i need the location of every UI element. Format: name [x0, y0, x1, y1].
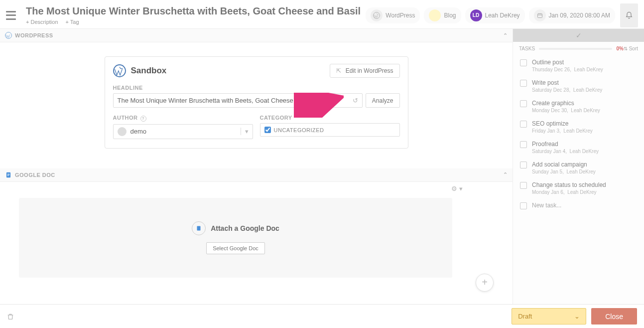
- wordpress-panel: Sandbox ⇱ Edit in WordPress HEADLINE The…: [0, 42, 513, 168]
- topbar: The Most Unique Winter Bruschetta with B…: [0, 0, 644, 29]
- task-date: Monday Jan 6, Leah DeKrey: [532, 189, 638, 195]
- category-label: CATEGORY: [260, 115, 400, 121]
- add-tag-link[interactable]: + Tag: [66, 19, 79, 25]
- title-actions: + Description + Tag: [26, 19, 366, 25]
- add-description-link[interactable]: + Description: [26, 19, 58, 25]
- blog-pill-label: Blog: [444, 12, 456, 19]
- meta-pills: WordPress Blog LD Leah DeKrey Jan 09, 20…: [366, 7, 615, 23]
- task-name: Outline post: [532, 59, 638, 66]
- author-col: AUTHOR? demo ▾: [113, 115, 253, 139]
- status-select[interactable]: Draft ⌄: [512, 308, 586, 325]
- task-item[interactable]: ProofreadSaturday Jan 4, Leah DeKrey: [513, 137, 644, 158]
- category-value: UNCATEGORIZED: [274, 127, 324, 133]
- blog-pill[interactable]: Blog: [424, 7, 461, 23]
- wordpress-section-header: WORDPRESS ⌃: [0, 29, 513, 42]
- task-checkbox[interactable]: [520, 202, 527, 209]
- edit-in-wordpress-label: Edit in WordPress: [346, 67, 393, 74]
- author-value: demo: [130, 128, 147, 135]
- trash-icon: [7, 313, 14, 321]
- menu-icon[interactable]: [6, 11, 16, 20]
- gear-icon[interactable]: ⚙ ▾: [451, 185, 463, 192]
- chevron-down-icon: ▾: [241, 128, 249, 135]
- tasks-list: Outline postThursday Dec 26, Leah DeKrey…: [513, 55, 644, 198]
- tasks-label: TASKS: [519, 46, 535, 51]
- user-pill[interactable]: LD Leah DeKrey: [465, 7, 525, 23]
- task-date: Saturday Jan 4, Leah DeKrey: [532, 149, 638, 154]
- task-date: Sunday Jan 5, Leah DeKrey: [532, 169, 638, 174]
- task-checkbox[interactable]: [520, 162, 527, 168]
- footer: Draft ⌄ Close: [0, 304, 644, 328]
- wordpress-pill[interactable]: WordPress: [366, 7, 420, 23]
- headline-row: The Most Unique Winter Bruschetta with B…: [113, 93, 400, 108]
- svg-rect-9: [197, 226, 201, 230]
- task-item[interactable]: Outline postThursday Dec 26, Leah DeKrey: [513, 55, 644, 76]
- task-item[interactable]: Add social campaignSunday Jan 5, Leah De…: [513, 158, 644, 178]
- googledoc-section-label: GOOGLE DOC: [15, 172, 55, 178]
- user-pill-label: Leah DeKrey: [485, 12, 520, 19]
- wordpress-section-label: WORDPRESS: [15, 32, 53, 38]
- task-checkbox[interactable]: [520, 121, 527, 128]
- collapse-icon[interactable]: ⌃: [503, 32, 508, 39]
- wordpress-icon: [113, 64, 126, 77]
- date-pill[interactable]: Jan 09, 2020 08:00 AM: [529, 7, 615, 23]
- headline-label: HEADLINE: [113, 85, 400, 91]
- headline-value: The Most Unique Winter Bruschetta with B…: [118, 97, 322, 104]
- select-googledoc-button[interactable]: Select Google Doc: [206, 242, 265, 254]
- task-checkbox[interactable]: [520, 59, 527, 66]
- task-item[interactable]: Change status to scheduledMonday Jan 6, …: [513, 178, 644, 198]
- title-block: The Most Unique Winter Bruschetta with B…: [26, 5, 366, 25]
- task-name: Create graphics: [532, 100, 638, 107]
- page-title[interactable]: The Most Unique Winter Bruschetta with B…: [26, 5, 366, 17]
- task-item[interactable]: Write postSaturday Dec 28, Leah DeKrey: [513, 76, 644, 96]
- svg-rect-8: [7, 175, 9, 176]
- category-box[interactable]: UNCATEGORIZED: [260, 123, 400, 137]
- add-section-button[interactable]: +: [476, 274, 494, 292]
- task-item[interactable]: SEO optimizeFriday Jan 3, Leah DeKrey: [513, 117, 644, 137]
- collapse-icon[interactable]: ⌃: [503, 171, 508, 178]
- task-date: Thursday Dec 26, Leah DeKrey: [532, 67, 638, 72]
- task-name: Add social campaign: [532, 161, 638, 168]
- new-task-label: New task...: [532, 202, 638, 209]
- help-icon[interactable]: ?: [140, 116, 146, 122]
- trash-button[interactable]: [7, 313, 14, 321]
- googledoc-attach-box: Attach a Google Doc Select Google Doc: [19, 198, 452, 278]
- bell-icon: [625, 11, 633, 20]
- close-button[interactable]: Close: [591, 308, 637, 325]
- history-icon[interactable]: ↺: [353, 97, 358, 104]
- date-pill-label: Jan 09, 2020 08:00 AM: [549, 12, 610, 19]
- author-avatar-icon: [118, 127, 127, 136]
- tasks-percent: 0%: [616, 46, 623, 51]
- task-checkbox[interactable]: [520, 100, 527, 107]
- svg-rect-6: [7, 173, 10, 174]
- notifications-button[interactable]: [620, 3, 638, 27]
- task-date: Friday Jan 3, Leah DeKrey: [532, 128, 638, 134]
- task-checkbox[interactable]: [520, 80, 527, 87]
- task-checkbox[interactable]: [520, 182, 527, 189]
- svg-rect-1: [537, 13, 542, 17]
- task-name: SEO optimize: [532, 120, 638, 127]
- wordpress-card-title: Sandbox: [131, 66, 167, 76]
- author-select[interactable]: demo ▾: [113, 124, 253, 139]
- googledoc-circle-icon: [192, 221, 206, 235]
- sort-button[interactable]: ⇅ Sort: [624, 46, 638, 51]
- googledoc-icon: [5, 171, 12, 178]
- task-checkbox[interactable]: [520, 141, 527, 148]
- new-task-row[interactable]: New task...: [513, 198, 644, 213]
- category-checkbox[interactable]: [264, 127, 271, 133]
- left-column: WORDPRESS ⌃ Sandbox ⇱ Edit in WordPress …: [0, 29, 513, 304]
- external-link-icon: ⇱: [336, 67, 341, 74]
- task-name: Write post: [532, 79, 638, 86]
- headline-input[interactable]: The Most Unique Winter Bruschetta with B…: [113, 93, 363, 108]
- task-date: Saturday Dec 28, Leah DeKrey: [532, 87, 638, 93]
- analyze-button[interactable]: Analyze: [366, 93, 400, 108]
- blog-icon: [429, 9, 441, 21]
- edit-in-wordpress-button[interactable]: ⇱ Edit in WordPress: [330, 64, 399, 78]
- category-col: CATEGORY UNCATEGORIZED: [260, 115, 400, 139]
- tasks-sidebar: ✓ TASKS 0% ⇅ Sort Outline postThursday D…: [513, 29, 644, 304]
- task-item[interactable]: Create graphicsMonday Dec 30, Leah DeKre…: [513, 96, 644, 117]
- tasks-meta: TASKS 0% ⇅ Sort: [513, 42, 644, 55]
- tasks-header[interactable]: ✓: [513, 29, 644, 42]
- googledoc-panel: ⚙ ▾ Attach a Google Doc Select Google Do…: [0, 182, 513, 298]
- attach-googledoc-row: Attach a Google Doc: [192, 221, 279, 235]
- check-icon: ✓: [576, 31, 582, 39]
